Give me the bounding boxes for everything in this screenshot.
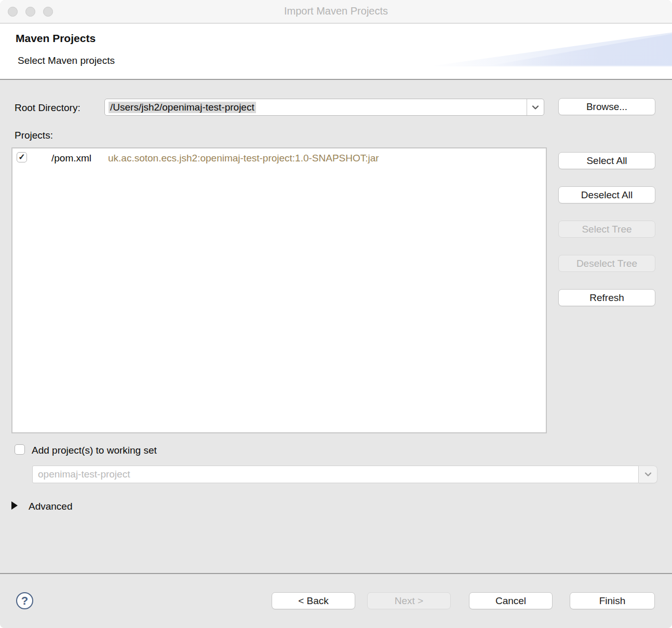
deselect-all-button[interactable]: Deselect All [558,186,655,203]
project-artifact-id: uk.ac.soton.ecs.jsh2:openimaj-test-proje… [108,153,379,164]
page-title: Maven Projects [16,32,96,45]
project-path: /pom.xml [51,153,91,164]
refresh-button[interactable]: Refresh [558,289,655,306]
next-button: Next > [367,592,451,609]
advanced-toggle[interactable]: Advanced [29,501,73,512]
import-maven-projects-dialog: Import Maven Projects Maven Projects Sel… [0,0,672,628]
select-all-button[interactable]: Select All [558,152,655,169]
chevron-down-icon [532,104,539,111]
browse-button[interactable]: Browse... [558,98,655,115]
back-button[interactable]: < Back [272,592,355,609]
root-directory-combo[interactable]: /Users/jsh2/openimaj-test-project [104,99,544,116]
disclosure-triangle-icon[interactable] [11,501,18,510]
window-title: Import Maven Projects [0,5,672,17]
project-checkbox-checked[interactable]: ✓ [17,152,27,162]
working-set-dropdown-button [639,466,657,483]
chevron-down-icon [644,471,652,478]
projects-list[interactable]: ✓ /pom.xml uk.ac.soton.ecs.jsh2:openimaj… [11,147,547,433]
title-bar: Import Maven Projects [0,0,672,23]
select-tree-button: Select Tree [558,221,655,238]
project-row[interactable]: ✓ /pom.xml uk.ac.soton.ecs.jsh2:openimaj… [12,151,546,167]
projects-label: Projects: [15,130,53,141]
wizard-header: Maven Projects Select Maven projects [0,24,672,79]
root-directory-value[interactable]: /Users/jsh2/openimaj-test-project [105,102,527,113]
working-set-label[interactable]: Add project(s) to working set [32,445,157,456]
footer-separator [0,573,672,574]
header-separator [0,79,672,80]
working-set-checkbox-unchecked[interactable] [15,444,25,455]
page-subtitle: Select Maven projects [18,55,115,66]
root-directory-dropdown-button[interactable] [527,99,544,115]
deselect-tree-button: Deselect Tree [558,255,655,272]
cancel-button[interactable]: Cancel [469,592,553,609]
selected-text: /Users/jsh2/openimaj-test-project [109,102,256,113]
finish-button[interactable]: Finish [570,592,655,609]
working-set-value: openimaj-test-project [32,466,639,483]
help-button[interactable]: ? [16,592,33,609]
root-directory-label: Root Directory: [15,102,80,114]
working-set-combo: openimaj-test-project [32,466,657,483]
